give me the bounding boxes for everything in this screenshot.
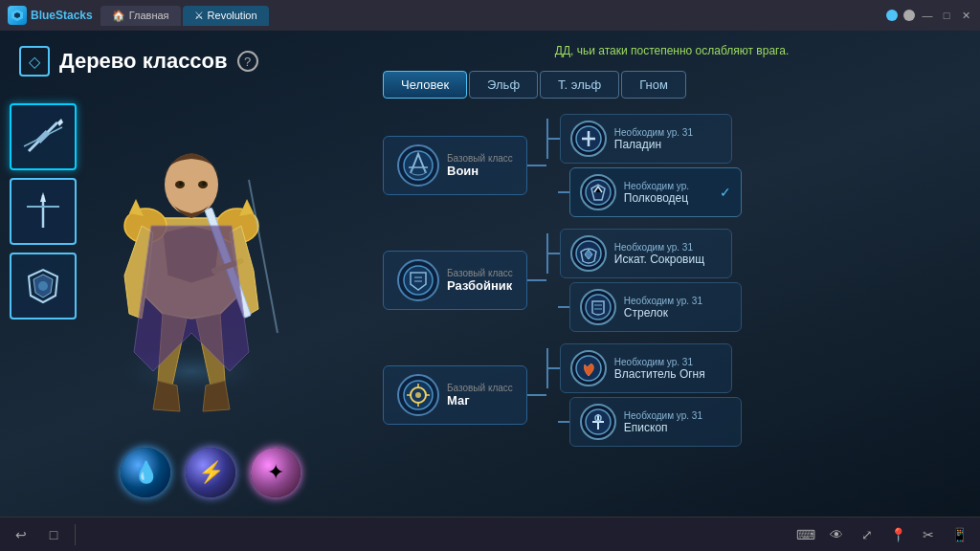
eye-icon[interactable]: 👁	[823, 521, 850, 548]
class-row-rogue: Базовый класс Разбойник	[383, 229, 961, 332]
panel-header: ◇ Дерево классов ?	[0, 31, 364, 84]
maximize-button[interactable]: □	[940, 9, 953, 22]
fire-name: Властитель Огня	[614, 367, 705, 381]
treasure-name: Искат. Сокровищ	[614, 253, 704, 266]
race-tab-human[interactable]: Человек	[383, 71, 467, 99]
warrior-base-label: Базовый класс	[447, 153, 513, 164]
base-class-warrior[interactable]: Базовый класс Воин	[383, 136, 527, 195]
home-icon: 🏠	[112, 10, 125, 22]
home-button[interactable]: □	[40, 521, 67, 548]
paladin-icon	[570, 121, 607, 157]
fire-req: Необходим ур. 31	[614, 357, 705, 367]
close-button[interactable]: ✕	[959, 9, 972, 22]
scissors-icon[interactable]: ✂	[915, 521, 942, 548]
branch-line-h5	[548, 367, 560, 369]
rogue-branch-top: Необходим ур. 31 Искат. Сокровищ	[546, 229, 742, 278]
taskbar-right: ⌨ 👁 ⤢ 📍 ✂ 📱	[792, 521, 972, 548]
adv-treasure[interactable]: Необходим ур. 31 Искат. Сокровищ	[560, 229, 732, 278]
base-class-rogue[interactable]: Базовый класс Разбойник	[383, 251, 527, 310]
class-row-mage: Базовый класс Маг	[383, 343, 961, 447]
adv-commander[interactable]: Необходим ур. Полководец ✓	[569, 167, 742, 217]
character-figure	[57, 84, 325, 467]
tab-revolution[interactable]: ⚔ Revolution	[183, 6, 269, 26]
help-button[interactable]: ?	[237, 51, 258, 72]
archer-name: Стрелок	[624, 306, 702, 320]
left-panel: ◇ Дерево классов ?	[0, 31, 364, 517]
warrior-branch-bottom: Необходим ур. Полководец ✓	[546, 167, 742, 217]
item-slot-armor[interactable]	[10, 253, 77, 320]
bishop-icon	[580, 404, 616, 440]
mage-branch-top: Необходим ур. 31 Властитель Огня	[546, 343, 742, 393]
mage-name: Маг	[447, 393, 513, 408]
commander-name: Полководец	[624, 191, 689, 205]
mage-base-label: Базовый класс	[447, 383, 513, 393]
bluestacks-icon	[8, 6, 27, 25]
warrior-icon	[397, 144, 439, 187]
commander-text: Необходим ур. Полководец	[624, 181, 689, 205]
skills-row: 💧 ⚡ ✦	[57, 440, 364, 509]
svg-point-10	[105, 342, 278, 400]
race-tabs: Человек Эльф Т. эльф Гном	[383, 71, 961, 99]
spacer2	[546, 306, 558, 308]
app-logo: BlueStacks	[8, 6, 93, 25]
class-tree: Базовый класс Воин	[383, 114, 961, 503]
warrior-text: Базовый класс Воин	[447, 153, 513, 178]
dd-description: ДД, чьи атаки постепенно ослабляют врага…	[383, 44, 961, 57]
skill-orb-water[interactable]: 💧	[121, 448, 170, 497]
rogue-branch: Необходим ур. 31 Искат. Сокровищ	[546, 229, 742, 332]
mage-text: Базовый класс Маг	[447, 383, 513, 408]
phone-icon[interactable]: 📱	[946, 521, 972, 548]
item-slot-weapon-1[interactable]	[10, 103, 77, 170]
adv-paladin[interactable]: Необходим ур. 31 Паладин	[560, 114, 732, 164]
window-controls: — □ ✕	[886, 9, 972, 22]
svg-point-32	[415, 392, 421, 398]
adv-archer[interactable]: Необходим ур. 31 Стрелок	[569, 282, 742, 332]
location-icon[interactable]: 📍	[884, 521, 911, 548]
item-slot-weapon-2[interactable]	[10, 178, 77, 245]
adv-fire[interactable]: Необходим ур. 31 Властитель Огня	[560, 343, 732, 393]
adv-bishop[interactable]: Необходим ур. 31 Епископ	[569, 397, 742, 447]
minimize-button[interactable]: —	[921, 9, 934, 22]
fire-lord-icon	[570, 350, 607, 386]
race-tab-gnome[interactable]: Гном	[621, 71, 686, 99]
warrior-branch-top: Необходим ур. 31 Паладин	[546, 114, 742, 164]
commander-req: Необходим ур.	[624, 181, 689, 191]
warrior-svg	[67, 84, 316, 467]
keyboard-icon[interactable]: ⌨	[792, 521, 819, 548]
skill-orb-lightning[interactable]: ⚡	[186, 448, 235, 497]
tab-home-label: Главная	[129, 10, 169, 21]
main-content: ◇ Дерево классов ?	[0, 31, 980, 517]
bishop-name: Епископ	[624, 421, 702, 434]
branch-line-h3	[548, 253, 560, 254]
item-slots	[0, 84, 86, 517]
svg-marker-8	[40, 192, 46, 202]
mage-icon	[397, 374, 439, 416]
back-button[interactable]: ↩	[8, 521, 34, 548]
tab-home[interactable]: 🏠 Главная	[100, 6, 181, 26]
race-tab-elf[interactable]: Эльф	[469, 71, 538, 99]
rogue-icon	[397, 259, 439, 301]
branch-line-h6	[558, 421, 569, 423]
archer-req: Необходим ур. 31	[624, 296, 702, 306]
tab-revolution-label: Revolution	[208, 10, 257, 21]
panel-header-icon: ◇	[19, 46, 50, 77]
svg-marker-13	[129, 199, 144, 216]
revolution-icon: ⚔	[194, 10, 204, 22]
branch-line-h2	[558, 191, 569, 193]
commander-icon	[580, 174, 616, 210]
bluestacks-taskbar: ↩ □ ⌨ 👁 ⤢ 📍 ✂ 📱	[0, 517, 980, 551]
connector-rogue	[527, 279, 546, 281]
treasure-text: Необходим ур. 31 Искат. Сокровищ	[614, 242, 704, 266]
svg-marker-14	[239, 199, 254, 216]
character-container: 💧 ⚡ ✦	[0, 84, 364, 517]
bishop-req: Необходим ур. 31	[624, 410, 702, 421]
skill-orb-magic[interactable]: ✦	[251, 448, 301, 497]
fullscreen-icon[interactable]: ⤢	[854, 521, 880, 548]
separator	[75, 524, 76, 545]
base-class-mage[interactable]: Базовый класс Маг	[383, 365, 527, 425]
fire-text: Необходим ур. 31 Властитель Огня	[614, 357, 705, 381]
warrior-name: Воин	[447, 164, 513, 178]
rogue-name: Разбойник	[447, 278, 513, 293]
rogue-branch-bottom: Необходим ур. 31 Стрелок	[546, 282, 742, 332]
race-tab-dark-elf[interactable]: Т. эльф	[540, 71, 619, 99]
